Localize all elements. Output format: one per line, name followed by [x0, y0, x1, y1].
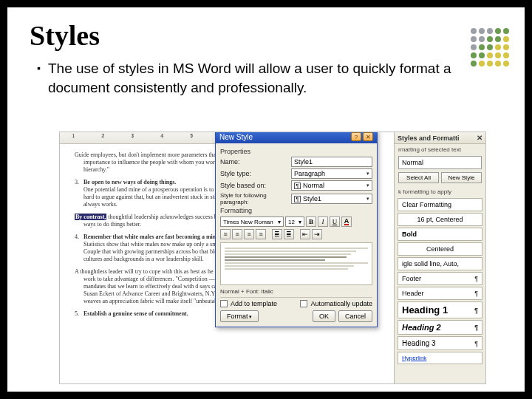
bullet-block: ▪ The use of styles in MS Word will allo…: [7, 56, 525, 97]
taskpane-sub1: rmatting of selected text: [395, 144, 485, 154]
style-preview: [220, 242, 372, 285]
style-list-item[interactable]: Footer¶: [398, 272, 482, 285]
style-list-item[interactable]: Heading 2¶: [398, 320, 482, 335]
based-label: Style based on:: [220, 182, 288, 189]
add-template-checkbox[interactable]: [220, 300, 228, 307]
bullet-text: The use of styles in MS Word will allow …: [48, 59, 488, 97]
type-select[interactable]: Paragraph▾: [291, 168, 372, 179]
type-label: Style type:: [220, 170, 288, 177]
style-list-item[interactable]: igle solid line, Auto,: [398, 257, 482, 270]
slide-title: Styles: [7, 7, 525, 56]
size-select[interactable]: 12▾: [285, 216, 304, 227]
add-template-label: Add to template: [231, 300, 277, 307]
select-all-button[interactable]: Select All: [398, 172, 439, 183]
align-center-button[interactable]: ≡: [232, 229, 242, 239]
bold-button[interactable]: B: [306, 216, 316, 227]
new-style-dialog: New Style ? ✕ Properties Name: Style1 St…: [215, 132, 378, 327]
line-spacing-button[interactable]: ≣: [272, 229, 282, 239]
style-list-item[interactable]: Hyperlink: [398, 352, 482, 364]
properties-group: Properties: [220, 148, 372, 155]
style-list-item[interactable]: Header¶: [398, 287, 482, 300]
font-color-button[interactable]: A: [341, 216, 352, 227]
dialog-titlebar[interactable]: New Style ? ✕: [216, 132, 377, 143]
chevron-down-icon: ▾: [299, 219, 301, 225]
ok-button[interactable]: OK: [313, 310, 335, 322]
selected-formatting-box[interactable]: Normal: [398, 156, 482, 169]
align-right-button[interactable]: ≡: [244, 229, 254, 239]
style-description: Normal + Font: Italic: [220, 288, 372, 295]
corner-decoration: [471, 28, 510, 67]
chevron-down-icon: ▾: [366, 183, 369, 188]
bullet-icon: ▪: [37, 59, 41, 77]
styles-taskpane: Styles and Formatti ✕ rmatting of select…: [394, 132, 485, 383]
style-list-item[interactable]: Heading 1¶: [398, 301, 482, 318]
indent-dec-button[interactable]: ⇤: [300, 229, 310, 239]
style-list-item[interactable]: Centered: [398, 242, 482, 256]
name-label: Name:: [220, 158, 288, 166]
align-left-button[interactable]: ≡: [220, 229, 231, 239]
auto-update-checkbox[interactable]: [300, 300, 307, 307]
help-icon[interactable]: ?: [351, 132, 361, 141]
style-list-item[interactable]: Bold: [398, 228, 482, 241]
style-list-item[interactable]: Heading 3¶: [398, 336, 482, 350]
auto-update-label: Automatically update: [310, 300, 372, 307]
taskpane-sub2: k formatting to apply: [395, 186, 485, 197]
taskpane-title: Styles and Formatti: [398, 134, 460, 142]
underline-button[interactable]: U: [330, 216, 340, 227]
format-button[interactable]: Format: [220, 310, 259, 322]
based-select[interactable]: ¶Normal▾: [291, 180, 372, 191]
new-style-button[interactable]: New Style: [441, 172, 482, 183]
close-icon[interactable]: ✕: [363, 132, 373, 141]
chevron-down-icon: ▾: [366, 196, 369, 202]
chevron-down-icon: ▾: [366, 171, 369, 177]
line-spacing-button[interactable]: ≣: [284, 229, 294, 239]
chevron-down-icon: ▾: [278, 219, 281, 225]
italic-button[interactable]: I: [318, 216, 328, 227]
indent-inc-button[interactable]: ⇥: [312, 229, 322, 239]
style-list-item[interactable]: Clear Formatting: [398, 198, 482, 211]
style-list: Clear Formatting16 pt, CenteredBoldCente…: [398, 198, 482, 364]
following-select[interactable]: ¶Style1▾: [291, 194, 372, 204]
taskpane-header[interactable]: Styles and Formatti ✕: [395, 132, 485, 144]
dialog-title: New Style: [219, 133, 253, 141]
font-select[interactable]: Times New Roman▾: [220, 216, 284, 227]
style-list-item[interactable]: 16 pt, Centered: [398, 213, 482, 226]
name-input[interactable]: Style1: [291, 157, 372, 167]
formatting-group: Formatting: [220, 207, 372, 214]
following-label: Style for following paragraph:: [220, 192, 288, 205]
cancel-button[interactable]: Cancel: [338, 310, 372, 322]
align-justify-button[interactable]: ≡: [256, 229, 266, 239]
close-icon[interactable]: ✕: [477, 134, 482, 142]
word-screenshot: 1234567 Guide employees, but don't imple…: [59, 132, 486, 384]
slide: Styles ▪ The use of styles in MS Word wi…: [7, 7, 525, 392]
